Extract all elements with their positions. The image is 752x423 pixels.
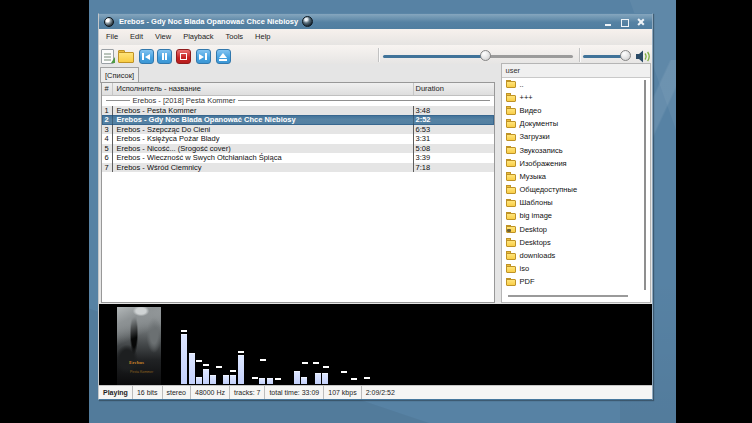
folder-item[interactable]: downloads (502, 249, 650, 262)
spectrum-bar (301, 377, 307, 384)
playlist-row[interactable]: 3Erebos - Szepcząc Do Cieni6:53 (102, 125, 494, 135)
title-bar[interactable]: Erebos - Gdy Noc Blada Opanować Chce Nie… (99, 14, 652, 29)
playlist-tab[interactable]: [Список] (100, 67, 139, 83)
stop-button[interactable] (176, 49, 191, 64)
busy-cursor-icon (302, 16, 313, 27)
folder-item[interactable]: Музыка (502, 170, 650, 183)
folder-name: downloads (520, 251, 556, 260)
column-header-duration[interactable]: Duration (413, 83, 494, 95)
seek-slider-remaining[interactable] (486, 55, 573, 58)
folder-icon (506, 106, 516, 115)
folder-item[interactable]: Видео (502, 104, 650, 117)
eject-button[interactable] (216, 49, 231, 64)
spectrum-bar (259, 378, 265, 384)
seek-slider-elapsed[interactable] (383, 55, 486, 58)
menu-item-file[interactable]: File (100, 29, 124, 45)
close-button[interactable] (637, 18, 644, 26)
folder-item[interactable]: Звукозапись (502, 143, 650, 156)
folder-icon (506, 146, 516, 155)
spectrum-peak-cap (302, 362, 308, 364)
minimize-button[interactable] (605, 18, 612, 26)
spectrum-bar (181, 334, 187, 384)
file-browser-header[interactable]: user (502, 64, 650, 78)
track-duration: 3:48 (413, 106, 494, 116)
menu-item-playback[interactable]: Playback (177, 29, 219, 45)
folder-name: PDF (520, 277, 535, 286)
folder-item[interactable]: iso (502, 262, 650, 275)
status-total-time: total time: 33:09 (265, 386, 324, 399)
playlist-row[interactable]: 7Erebos - Wśród Ciemnicy7:18 (102, 163, 494, 173)
maximize-button[interactable] (621, 18, 628, 26)
status-bar: Playing16 bitsstereo48000 Hztracks: 7tot… (99, 385, 652, 399)
previous-button[interactable] (139, 49, 154, 64)
open-folder-button[interactable] (118, 50, 134, 63)
volume-slider-handle[interactable] (620, 50, 631, 61)
folder-icon (506, 119, 516, 128)
spectrum-peak-cap (203, 364, 209, 366)
playlist-header: # Исполнитель - название Duration (102, 83, 494, 96)
add-file-button[interactable] (101, 49, 114, 64)
folder-item[interactable]: big image (502, 209, 650, 222)
status-channel-mode: stereo (163, 386, 191, 399)
folder-item[interactable]: Общедоступные (502, 183, 650, 196)
spectrum-peak-cap (230, 370, 236, 372)
column-header-number[interactable]: # (102, 83, 112, 95)
spectrum-peak-cap (196, 360, 202, 362)
folder-icon (506, 199, 516, 208)
vertical-scrollbar[interactable] (644, 80, 646, 290)
status-bit-depth: 16 bits (133, 386, 163, 399)
folder-item[interactable]: +++ (502, 91, 650, 104)
playlist-row[interactable]: 1Erebos - Pesta Kommer3:48 (102, 106, 494, 116)
track-title: Erebos - Księżyca Pożar Blady (112, 134, 413, 144)
track-duration: 7:18 (413, 163, 494, 173)
folder-item[interactable]: PDF (502, 275, 650, 288)
playlist-row[interactable]: 4Erebos - Księżyca Pożar Blady3:31 (102, 134, 494, 144)
horizontal-scrollbar[interactable] (508, 295, 628, 297)
folder-icon (506, 172, 516, 181)
folder-item[interactable]: Desktops (502, 236, 650, 249)
track-title: Erebos - Szepcząc Do Cieni (112, 125, 413, 135)
spectrum-peak-cap (313, 362, 319, 364)
track-duration: 3:31 (413, 134, 494, 144)
menu-item-tools[interactable]: Tools (220, 29, 250, 45)
folder-item[interactable]: .. (502, 78, 650, 91)
menu-item-view[interactable]: View (149, 29, 177, 45)
playlist-row[interactable]: 5Erebos - Nicość... (Srogość cover)5:08 (102, 144, 494, 154)
folder-name: Изображения (520, 159, 567, 168)
track-title: Erebos - Gdy Noc Blada Opanować Chce Nie… (112, 115, 413, 125)
desktop-letterbox-right (676, 0, 752, 423)
playlist-row-selected[interactable]: 2Erebos - Gdy Noc Blada Opanować Chce Ni… (102, 115, 494, 125)
next-button[interactable] (196, 49, 211, 64)
track-number: 1 (102, 106, 112, 116)
album-art-logo: Erebos (129, 360, 144, 365)
menu-item-edit[interactable]: Edit (124, 29, 149, 45)
file-browser-panel: user ..+++ВидеоДокументыЗагрузкиЗвукозап… (501, 63, 651, 303)
spectrum-peak-cap (260, 359, 266, 361)
spectrum-peak-cap (238, 351, 244, 353)
spectrum-bar (189, 353, 195, 384)
folder-item[interactable]: Изображения (502, 157, 650, 170)
folder-item[interactable]: Desktop (502, 223, 650, 236)
spectrum-bar (315, 373, 321, 384)
folder-name: +++ (520, 93, 533, 102)
column-header-title[interactable]: Исполнитель - название (112, 83, 413, 95)
folder-icon (506, 251, 516, 260)
toolbar (99, 45, 652, 64)
spectrum-bar (322, 373, 328, 384)
folder-name: Видео (520, 106, 542, 115)
playlist-body: 1Erebos - Pesta Kommer3:482Erebos - Gdy … (102, 106, 494, 173)
folder-item[interactable]: Шаблоны (502, 196, 650, 209)
menu-item-help[interactable]: Help (249, 29, 276, 45)
pause-button[interactable] (157, 49, 172, 64)
folder-item[interactable]: Документы (502, 117, 650, 130)
folder-item[interactable]: Загрузки (502, 130, 650, 143)
spectrum-bar (230, 375, 236, 384)
status-bitrate: 107 kbps (324, 386, 361, 399)
playlist-row[interactable]: 6Erebos - Wieczność w Swych Otchłaniach … (102, 153, 494, 163)
folder-name: Музыка (520, 172, 547, 181)
group-title: Erebos - [2018] Pesta Kommer (130, 96, 239, 105)
folder-icon (506, 278, 516, 287)
folder-name: Шаблоны (520, 198, 553, 207)
seek-slider-handle[interactable] (480, 50, 491, 61)
spectrum-peak-cap (323, 366, 329, 368)
